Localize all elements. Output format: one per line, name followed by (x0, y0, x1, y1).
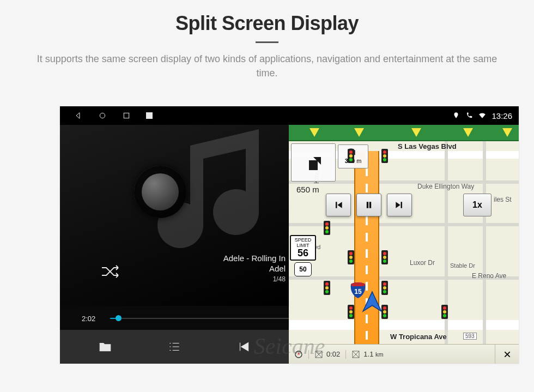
track-artist: Adel (60, 264, 286, 273)
street-label: Duke Ellington Way (417, 183, 474, 190)
title-underline (256, 41, 278, 43)
street-label: Luxor Dr (410, 259, 435, 267)
page-subtitle: It supports the same screen display of t… (33, 52, 501, 80)
sim-prev-button[interactable] (326, 194, 351, 216)
svg-point-0 (100, 113, 105, 118)
progress-track[interactable] (110, 318, 289, 319)
close-button[interactable] (495, 345, 519, 364)
lane-arrow-icon (354, 128, 364, 137)
street-label: S Las Vegas Blvd (398, 142, 457, 150)
map-canvas[interactable]: S Las Vegas Blvd Duke Ellington Way Kova… (289, 141, 519, 344)
status-time: 13:26 (491, 111, 512, 120)
lane-guidance-strip (289, 125, 519, 141)
nav-bottom-bar: 0:02 1.1 km (289, 344, 519, 364)
traffic-light-icon (348, 305, 354, 319)
compass-button[interactable] (289, 350, 308, 359)
turn-instruction[interactable] (291, 143, 336, 182)
music-bottom-bar (60, 330, 289, 364)
distance-segment[interactable]: 1.1 km (345, 350, 389, 359)
track-info: Adele - Rolling In Adel 1/48 (60, 254, 289, 283)
lane-arrow-icon (463, 128, 473, 137)
traffic-light-icon (348, 250, 354, 264)
sim-next-button[interactable] (387, 194, 412, 216)
traffic-light-icon (381, 149, 388, 163)
screenshot-icon[interactable] (146, 112, 153, 119)
svg-rect-2 (146, 112, 153, 119)
android-nav-bar (60, 106, 289, 125)
traffic-light-icon (441, 305, 448, 319)
speed-limit-sign: SPEED LIMIT 56 (290, 235, 316, 261)
lane-arrow-icon (411, 128, 421, 137)
turn-distance: 650 m (296, 185, 319, 194)
sim-playback-controls (326, 194, 412, 216)
street-label: W Tropicana Ave (390, 333, 447, 341)
route-shield: 50 (294, 262, 312, 276)
music-pane: Adele - Rolling In Adel 1/48 2:02 (60, 106, 289, 364)
lane-arrow-icon (310, 128, 319, 137)
track-counter: 1/48 (60, 275, 286, 283)
traffic-light-icon (324, 221, 330, 235)
route-marker: 593 (463, 333, 477, 340)
device-frame: Adele - Rolling In Adel 1/48 2:02 13:26 (60, 106, 519, 364)
vehicle-cursor-icon (361, 291, 384, 313)
wifi-icon (478, 112, 486, 119)
status-bar: 13:26 (289, 106, 519, 125)
progress-knob[interactable] (116, 315, 122, 321)
eta-segment[interactable]: 0:02 (308, 350, 345, 359)
street-label: iles St (494, 196, 512, 203)
location-icon (452, 112, 460, 119)
svg-rect-1 (124, 113, 129, 118)
route-highlight (354, 151, 379, 344)
progress-row: 2:02 (60, 306, 289, 330)
street-label: E Reno Ave (472, 272, 506, 280)
play-orb-button[interactable] (134, 166, 186, 218)
phone-icon (465, 112, 473, 119)
back-icon[interactable] (74, 111, 83, 120)
traffic-light-icon (324, 281, 330, 295)
playlist-icon[interactable] (167, 340, 181, 354)
road (483, 141, 486, 344)
lane-arrow-icon (502, 128, 512, 137)
home-icon[interactable] (98, 111, 107, 120)
album-art-area: Adele - Rolling In Adel 1/48 (60, 125, 289, 306)
traffic-light-icon (348, 149, 354, 163)
navigation-pane: 13:26 S Las Vegas Blvd Duke Ellington Wa… (289, 106, 519, 364)
traffic-light-icon (381, 250, 388, 264)
folder-icon[interactable] (98, 340, 112, 354)
street-label: Stable Dr (450, 262, 475, 269)
recents-icon[interactable] (122, 111, 131, 120)
previous-track-icon[interactable] (236, 340, 251, 354)
page-title: Split Screen Display (0, 12, 534, 35)
sim-speed-button[interactable]: 1x (463, 194, 491, 216)
elapsed-time: 2:02 (82, 315, 95, 323)
sim-pause-button[interactable] (356, 194, 381, 216)
track-title: Adele - Rolling In (60, 254, 286, 263)
